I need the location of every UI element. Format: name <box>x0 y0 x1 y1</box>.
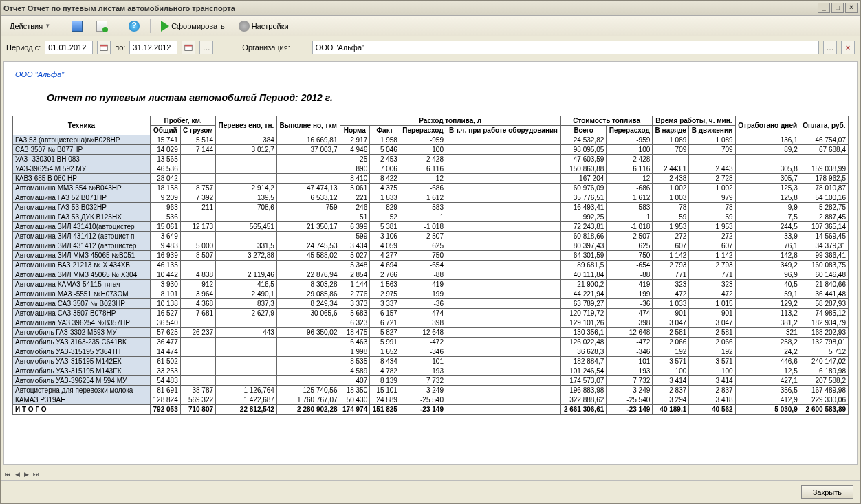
table-row[interactable]: САЗ 3507 № В077НР14 0297 1443 012,737 00… <box>13 145 849 155</box>
cell-value: 412,9 <box>735 395 800 405</box>
maximize-button[interactable]: □ <box>831 3 844 13</box>
cell-value: -25 540 <box>400 395 446 405</box>
table-row[interactable]: Автомашина ЗИЛ ММЗ 45065 № Х30410 4424 8… <box>13 270 849 280</box>
gear-icon <box>239 21 250 32</box>
cell-value: -88 <box>400 270 446 280</box>
cell-value: 2 766 <box>370 270 400 280</box>
cell-value <box>180 318 215 328</box>
cell-value: 1 144 <box>340 280 370 289</box>
cell-value: 7 144 <box>180 145 215 155</box>
report-area[interactable]: ООО "Альфа" Отчет по путевым листам авто… <box>3 61 858 465</box>
form-button[interactable]: Сформировать <box>156 19 230 34</box>
period-from-input[interactable] <box>45 41 93 54</box>
sheet-nav-next[interactable]: ▶ <box>24 471 29 478</box>
period-picker-button[interactable]: … <box>199 41 213 54</box>
cell-value: 246 <box>340 203 370 212</box>
cell-value <box>180 155 215 164</box>
table-row[interactable]: Автомобиль УАЗ 3163-235 С641ВК36 4776 46… <box>13 338 849 347</box>
cell-value: 1 142 <box>653 251 689 261</box>
table-row[interactable]: Автомобиль УАЗ-396254 М 594 МУ54 4834078… <box>13 376 849 386</box>
cell-value: 322 888,62 <box>561 395 607 405</box>
cell-tech: УАЗ -330301 ВН 083 <box>13 155 151 164</box>
svg-rect-3 <box>185 45 193 46</box>
cell-tech: Автомашина МАЗ -5551 №Н073ОМ <box>13 289 151 299</box>
help-button[interactable]: ? <box>124 19 144 34</box>
table-row[interactable]: Автомашина ММЗ 554 №В043НР18 1588 7572 9… <box>13 184 849 193</box>
cell-value: 15 741 <box>151 135 181 145</box>
cell-value: 35 776,51 <box>561 193 607 203</box>
table-row[interactable]: Автомашина ГАЗ 52 В071НР9 2097 392139,56… <box>13 193 849 203</box>
table-row[interactable]: УАЗ -330301 ВН 08313 565252 4532 42847 6… <box>13 155 849 164</box>
cell-value: 6 116 <box>400 164 446 174</box>
table-row[interactable]: Автомашина ВАЗ 21213 № Х 434ХВ46 1355 34… <box>13 261 849 270</box>
org-input[interactable] <box>312 41 819 54</box>
period-to-input[interactable] <box>129 41 177 54</box>
cell-value: 398 <box>400 318 446 328</box>
cell-value: 16 527 <box>151 309 181 318</box>
org-link[interactable]: ООО "Альфа" <box>15 70 64 78</box>
cell-value: 78 <box>653 203 689 212</box>
minimize-button[interactable]: _ <box>818 3 830 13</box>
table-row[interactable]: Автоцистерна для перевозки молока81 6913… <box>13 386 849 395</box>
cell-value: 96,9 <box>735 270 800 280</box>
cell-value: 2 490,1 <box>216 289 277 299</box>
table-row[interactable]: УАЗ-396254 М 592 МУ46 5368907 0066 11615… <box>13 164 849 174</box>
cell-value <box>446 251 560 261</box>
table-row[interactable]: Автомашина ЗИЛ ММЗ 45065 №В05116 9398 50… <box>13 251 849 261</box>
cell-value <box>446 386 560 395</box>
svg-rect-1 <box>100 45 108 46</box>
cell-value: 1 002 <box>653 184 689 193</box>
table-row[interactable]: Автомашина САЗ 3507 № В023НР10 1384 3688… <box>13 299 849 309</box>
table-row[interactable]: Автомашина ГАЗ 53 В032НР963211708,675924… <box>13 203 849 212</box>
settings-button[interactable]: Настройки <box>234 19 294 34</box>
cell-value: 323 <box>689 280 735 289</box>
table-row[interactable]: Автомашина ЗИЛ 431412 (автоцист п3 64959… <box>13 232 849 241</box>
calendar-from-button[interactable] <box>97 41 111 54</box>
col-mileage-group: Пробег, км. <box>151 116 216 126</box>
table-row[interactable]: Автомобиль ГАЗ-3302 М593 МУ57 62526 2374… <box>13 328 849 338</box>
sheet-nav-last[interactable]: ⏭ <box>33 471 39 478</box>
org-picker-button[interactable]: … <box>823 41 837 54</box>
table-row[interactable]: Автомашина УАЗ 396254 №В357НР36 5406 323… <box>13 318 849 328</box>
table-row[interactable]: Автомобиль УАЗ-315195 У364ТН14 4741 9981… <box>13 347 849 357</box>
cell-value: 16 939 <box>151 251 181 261</box>
new-doc-button[interactable] <box>91 19 112 34</box>
table-row[interactable]: Автомашина ГАЗ 53 ДУК В125НХ53651521992,… <box>13 212 849 222</box>
cell-value <box>276 318 340 328</box>
cell-value: 323 <box>653 280 689 289</box>
cell-value: 2 438 <box>653 174 689 184</box>
cell-value: 120 719,72 <box>561 309 607 318</box>
close-button[interactable]: Закрыть <box>801 485 853 499</box>
cell-value: 12,5 <box>735 366 800 376</box>
cell-value: 2 917 <box>340 135 370 145</box>
org-clear-button[interactable]: × <box>841 41 855 54</box>
cell-value: 1 002 <box>689 184 735 193</box>
open-book-button[interactable] <box>67 19 87 34</box>
sheet-nav-prev[interactable]: ◀ <box>15 471 20 478</box>
cell-value: 709 <box>689 145 735 155</box>
table-row[interactable]: Автомашина МАЗ -5551 №Н073ОМ8 1013 9642 … <box>13 289 849 299</box>
cell-value: -36 <box>400 299 446 309</box>
table-row[interactable]: Автомашина ЗИЛ 431410(автоцистер15 06112… <box>13 222 849 232</box>
actions-menu[interactable]: Действия ▼ <box>5 20 55 32</box>
cell-value: 4 375 <box>370 184 400 193</box>
cell-value: 6 463 <box>340 338 370 347</box>
table-row[interactable]: ГАЗ 53 (автоцистерна)№В028НР15 7415 5143… <box>13 135 849 145</box>
table-row[interactable]: Автомобиль УАЗ-315195 М142ЕК61 5028 5358… <box>13 357 849 366</box>
close-window-button[interactable]: × <box>845 3 858 13</box>
table-row[interactable]: Автомашина КАМАЗ 54115 тягач3 930912416,… <box>13 280 849 289</box>
table-row[interactable]: КАМАЗ Р319АЕ128 824569 3221 422,6871 760… <box>13 395 849 405</box>
cell-value: 569 322 <box>180 395 215 405</box>
table-row[interactable]: Автомашина ЗИЛ 431412 (автоцистер9 4835 … <box>13 241 849 251</box>
cell-tech: Автомобиль УАЗ 3163-235 С641ВК <box>13 338 151 347</box>
cell-value <box>446 135 560 145</box>
cell-value: 5 683 <box>340 309 370 318</box>
table-row[interactable]: Автомобиль УАЗ-315195 М143ЕК33 2534 5894… <box>13 366 849 376</box>
cell-tech: Автомашина ВАЗ 21213 № Х 434ХВ <box>13 261 151 270</box>
sheet-nav-first[interactable]: ⏮ <box>5 471 11 478</box>
cell-value <box>216 174 277 184</box>
calendar-to-button[interactable] <box>182 41 195 54</box>
table-row[interactable]: Автомашина САЗ 3507 В078НР16 5277 6812 6… <box>13 309 849 318</box>
cell-value: 229 330,06 <box>800 395 848 405</box>
table-row[interactable]: КАВЗ 685 В 080 НР28 0428 4108 42212167 2… <box>13 174 849 184</box>
